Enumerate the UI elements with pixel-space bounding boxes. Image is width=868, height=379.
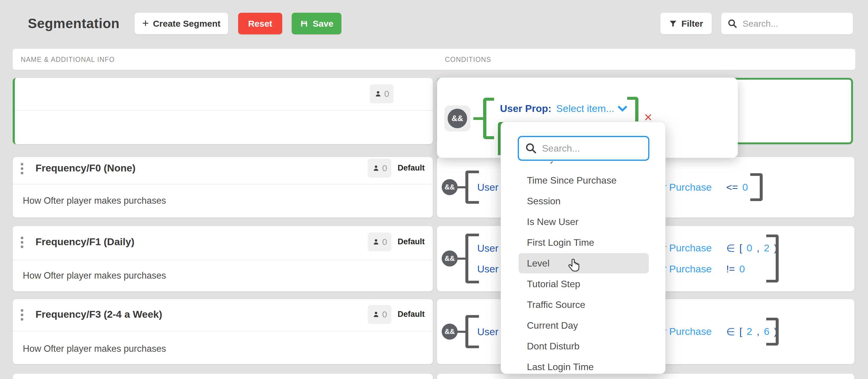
segment-row-name-cell[interactable]: Frequency/F0 (None) 0 Default How Ofter … bbox=[13, 157, 433, 217]
remove-condition-icon[interactable] bbox=[644, 113, 652, 121]
condition-token: != bbox=[726, 263, 735, 275]
segment-row-name-cell[interactable]: My Segment 0 Default bbox=[13, 78, 433, 144]
close-bracket bbox=[766, 234, 779, 283]
user-count-badge: 0 bbox=[368, 232, 392, 252]
drag-handle-icon[interactable] bbox=[21, 309, 23, 321]
segment-description: How Ofter player makes purchases bbox=[23, 344, 166, 354]
save-label: Save bbox=[313, 19, 333, 29]
user-count-badge: 0 bbox=[368, 305, 392, 324]
table-header: NAME & ADDITIONAL INFO CONDITIONS bbox=[13, 49, 855, 70]
row-divider bbox=[15, 110, 433, 111]
column-header-name: NAME & ADDITIONAL INFO bbox=[21, 55, 115, 63]
user-count-badge: 0 bbox=[368, 159, 392, 178]
global-search[interactable] bbox=[721, 13, 853, 34]
condition-tokens: Purchase∈[2,6) bbox=[669, 326, 777, 338]
condition-token: [ bbox=[739, 242, 742, 254]
segmentation-page: Segmentation + Create Segment Reset Save… bbox=[0, 0, 868, 379]
column-header-conditions: CONDITIONS bbox=[445, 55, 491, 63]
and-operator-badge[interactable]: && bbox=[444, 106, 470, 132]
condition-tokens: Purchase∈[0,2) bbox=[669, 242, 777, 254]
segment-row-name-cell[interactable]: Frequency/F1 (Daily) 0 Default How Ofter… bbox=[13, 226, 433, 291]
drag-handle-icon[interactable] bbox=[21, 163, 23, 174]
dropdown-item[interactable]: Level bbox=[519, 253, 649, 273]
person-icon bbox=[374, 90, 382, 98]
condition-token: Purchase bbox=[669, 242, 712, 254]
dropdown-item[interactable]: Is New User bbox=[519, 212, 649, 232]
search-icon bbox=[525, 142, 537, 154]
user-count: 0 bbox=[384, 89, 389, 99]
condition-token: Purchase bbox=[669, 263, 712, 275]
segment-description: How Ofter player makes purchases bbox=[23, 196, 166, 206]
dropdown-item[interactable]: Time Since Purchase bbox=[519, 170, 649, 191]
search-input[interactable] bbox=[743, 19, 847, 29]
select-item-dropdown[interactable]: Select item... bbox=[556, 103, 627, 114]
condition-token: Purchase bbox=[669, 181, 712, 193]
segment-name: Frequency/F0 (None) bbox=[35, 162, 135, 174]
user-count: 0 bbox=[382, 163, 387, 173]
dropdown-item[interactable]: First Login Time bbox=[519, 232, 649, 253]
search-icon bbox=[727, 18, 738, 29]
select-item-value: Select item... bbox=[556, 103, 615, 114]
status-badge: Default bbox=[398, 164, 425, 173]
dropdown-search-input[interactable] bbox=[542, 143, 642, 154]
save-button[interactable]: Save bbox=[292, 13, 341, 34]
condition-token: 0 bbox=[747, 242, 752, 254]
dropdown-item[interactable]: Last Login Time bbox=[519, 357, 649, 377]
connector-line bbox=[473, 117, 483, 120]
user-count: 0 bbox=[382, 237, 387, 247]
segment-row-name-cell[interactable]: Frequency/F3 (2-4 a Week) 0 Default How … bbox=[13, 299, 433, 364]
dropdown-search-box[interactable] bbox=[518, 136, 649, 161]
segment-description: How Ofter player makes purchases bbox=[23, 270, 166, 281]
close-bracket bbox=[766, 318, 779, 346]
connector-line bbox=[458, 258, 466, 260]
dropdown-item[interactable]: Traffic Source bbox=[519, 295, 649, 315]
status-badge: Default bbox=[398, 237, 425, 246]
create-segment-button[interactable]: + Create Segment bbox=[134, 13, 228, 34]
scrolled-item-fragment: y bbox=[550, 162, 556, 165]
person-icon bbox=[372, 238, 380, 246]
page-title: Segmentation bbox=[28, 16, 120, 31]
user-prop-label: User Prop: bbox=[500, 103, 552, 114]
segment-name: Frequency/F3 (2-4 a Week) bbox=[35, 309, 162, 320]
green-open-bracket bbox=[483, 98, 494, 139]
dropdown-item[interactable]: Current Day bbox=[519, 315, 649, 336]
condition-left-fragment: User bbox=[477, 263, 498, 275]
status-badge: Default bbox=[398, 310, 425, 319]
user-count-badge: 0 bbox=[370, 84, 394, 103]
property-dropdown-panel: y Time Since PurchaseSessionIs New UserF… bbox=[501, 121, 665, 374]
row-divider bbox=[13, 260, 433, 260]
dropdown-item[interactable]: Tutorial Step bbox=[519, 274, 649, 294]
condition-token: Purchase bbox=[669, 326, 712, 338]
condition-token: , bbox=[757, 242, 760, 254]
condition-token: 2 bbox=[747, 326, 752, 338]
condition-left-fragment: User bbox=[477, 181, 498, 193]
row-divider bbox=[13, 331, 433, 332]
condition-left-fragment: User bbox=[477, 326, 498, 338]
segment-row-partial[interactable] bbox=[13, 374, 433, 379]
condition-left-fragment: User bbox=[477, 242, 498, 254]
segment-name: Frequency/F1 (Daily) bbox=[35, 236, 134, 247]
reset-button[interactable]: Reset bbox=[238, 13, 282, 34]
filter-label: Filter bbox=[681, 19, 703, 29]
create-segment-label: Create Segment bbox=[153, 19, 220, 29]
person-icon bbox=[372, 311, 380, 318]
condition-tokens: Purchase<=0 bbox=[669, 181, 748, 193]
condition-token: 0 bbox=[742, 181, 748, 193]
close-bracket bbox=[750, 173, 763, 201]
drag-handle-icon[interactable] bbox=[21, 237, 23, 248]
filter-icon bbox=[669, 20, 677, 28]
dropdown-item[interactable]: Dont Disturb bbox=[519, 336, 649, 356]
condition-token: 0 bbox=[739, 263, 745, 275]
user-count: 0 bbox=[382, 310, 387, 319]
dropdown-item[interactable]: Session bbox=[519, 191, 649, 211]
chevron-down-icon bbox=[618, 106, 627, 112]
condition-token: <= bbox=[726, 181, 738, 193]
condition-token: ∈ bbox=[726, 326, 735, 338]
and-operator-label: && bbox=[447, 109, 467, 128]
condition-token: [ bbox=[739, 326, 742, 338]
reset-label: Reset bbox=[248, 19, 273, 29]
person-icon bbox=[372, 164, 380, 172]
filter-button[interactable]: Filter bbox=[660, 13, 712, 34]
dropdown-item-list: Time Since PurchaseSessionIs New UserFir… bbox=[519, 170, 649, 378]
save-icon bbox=[300, 19, 309, 28]
